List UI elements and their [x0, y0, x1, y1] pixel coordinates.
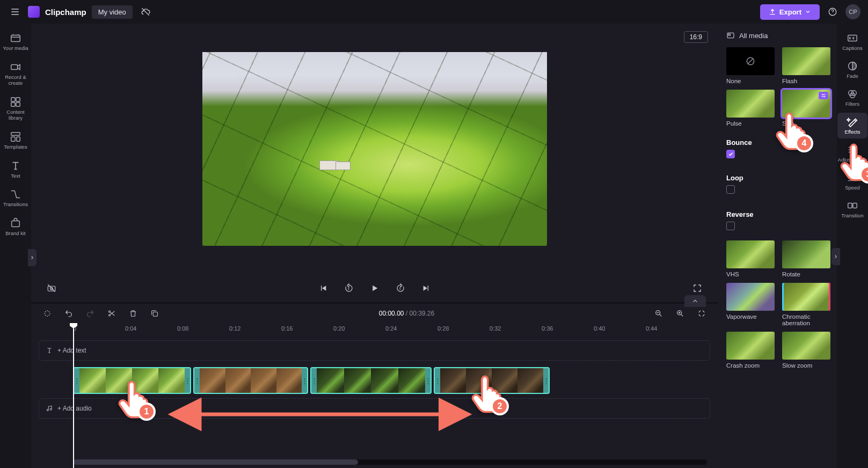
- split-icon[interactable]: [104, 306, 119, 321]
- effects-grid: NoneFlashPulseSpinBounceLoopReverseVHSRo…: [726, 47, 830, 369]
- skip-start-icon[interactable]: [316, 281, 331, 296]
- clip-4[interactable]: ⋮⋮: [434, 367, 550, 394]
- project-name[interactable]: My video: [92, 5, 133, 19]
- clip-2[interactable]: ⋮⋮: [193, 367, 308, 394]
- rail-text[interactable]: Text: [1, 157, 31, 182]
- auto-enhance-icon[interactable]: [40, 306, 55, 321]
- track-video[interactable]: ⋮⋮ ⋮⋮ ⋮⋮ ⋮⋮: [39, 367, 710, 394]
- svg-rect-10: [12, 221, 20, 227]
- effect-crash-zoom[interactable]: Crash zoom: [726, 332, 775, 369]
- svg-rect-1: [11, 35, 20, 42]
- svg-point-16: [108, 314, 110, 316]
- svg-rect-22: [728, 34, 730, 35]
- undo-icon[interactable]: [61, 306, 76, 321]
- svg-point-31: [853, 146, 855, 148]
- reverse-checkbox[interactable]: [726, 222, 735, 230]
- forward-5-icon[interactable]: 5: [393, 281, 408, 296]
- effect-label: Crash zoom: [726, 362, 775, 369]
- ruler-tick: 0:16: [281, 325, 293, 332]
- preview-canvas[interactable]: [202, 52, 547, 246]
- rail-record-create[interactable]: Record & create: [1, 58, 31, 90]
- delete-icon[interactable]: [126, 306, 141, 321]
- rail-your-media[interactable]: Your media: [1, 29, 31, 55]
- panel-collapse[interactable]: [831, 248, 840, 265]
- svg-point-25: [824, 96, 825, 97]
- rrail-captions[interactable]: Captions: [837, 29, 867, 55]
- play-icon[interactable]: [367, 281, 382, 296]
- track-audio[interactable]: + Add audio: [39, 398, 710, 419]
- rrail-transition[interactable]: Transition: [837, 196, 867, 222]
- effect-vhs[interactable]: VHS: [726, 240, 775, 277]
- timeline[interactable]: 00:040:080:120:160:200:240:280:320:360:4…: [31, 323, 718, 468]
- effect-label: Spin: [782, 120, 830, 127]
- zoom-out-icon[interactable]: [651, 306, 666, 321]
- rrail-filters[interactable]: Filters: [837, 85, 867, 111]
- rail-templates[interactable]: Templates: [1, 128, 31, 153]
- effect-rotate[interactable]: Rotate: [782, 240, 830, 277]
- rewind-5-icon[interactable]: 5: [341, 281, 356, 296]
- svg-rect-9: [17, 137, 20, 141]
- export-label: Export: [779, 8, 801, 16]
- cloud-off-icon[interactable]: [138, 4, 153, 19]
- rail-content-library[interactable]: Content library: [1, 93, 31, 125]
- preview-stage: [31, 24, 718, 274]
- rail-brand-kit[interactable]: Brand kit: [1, 214, 31, 240]
- hamburger-icon[interactable]: [8, 4, 23, 19]
- loop-checkbox[interactable]: [726, 185, 735, 194]
- rrail-effects[interactable]: Effects: [837, 113, 867, 138]
- effect-slow-zoom[interactable]: Slow zoom: [782, 332, 830, 369]
- track-text[interactable]: + Add text: [39, 340, 710, 361]
- effect-option-loop: Loop: [726, 174, 830, 195]
- effect-label: Slow zoom: [782, 362, 830, 369]
- rrail-fade[interactable]: Fade: [837, 57, 867, 83]
- effect-label: Flash: [782, 78, 830, 84]
- effect-none[interactable]: None: [726, 47, 775, 84]
- redo-icon[interactable]: [83, 306, 98, 321]
- clip-1[interactable]: ⋮⋮: [73, 367, 191, 394]
- svg-rect-6: [16, 103, 20, 106]
- rrail-adjust-colors[interactable]: Adjust colors: [837, 141, 867, 166]
- effect-flash[interactable]: Flash: [782, 47, 830, 84]
- brand-name: Clipchamp: [45, 8, 86, 17]
- zoom-in-icon[interactable]: [673, 306, 688, 321]
- svg-text:5: 5: [399, 287, 400, 290]
- duplicate-icon[interactable]: [147, 306, 162, 321]
- svg-point-24: [822, 94, 823, 95]
- zoom-fit-icon[interactable]: [694, 306, 709, 321]
- effect-label: Chromatic aberration: [782, 313, 830, 326]
- ruler-tick: 0:32: [490, 325, 501, 332]
- timeline-scrollbar[interactable]: [73, 459, 707, 465]
- svg-point-33: [854, 151, 856, 153]
- help-icon[interactable]: [825, 4, 840, 19]
- aspect-ratio-button[interactable]: 16:9: [684, 31, 708, 43]
- effect-spin[interactable]: Spin: [782, 90, 830, 127]
- effect-settings-icon[interactable]: [819, 92, 828, 99]
- effect-option-bounce: Bounce: [726, 138, 830, 159]
- effect-label: Pulse: [726, 120, 775, 127]
- fullscreen-icon[interactable]: [690, 281, 705, 296]
- skip-end-icon[interactable]: [419, 281, 434, 296]
- effect-label: Rotate: [782, 271, 830, 277]
- timeline-ruler[interactable]: 00:040:080:120:160:200:240:280:320:360:4…: [31, 323, 718, 336]
- effect-chromatic[interactable]: Chromatic aberration: [782, 283, 830, 326]
- effect-vaporwave[interactable]: Vaporwave: [726, 283, 775, 326]
- ruler-tick: 0:20: [333, 325, 345, 332]
- svg-rect-3: [11, 98, 15, 101]
- clip-3[interactable]: ⋮⋮: [310, 367, 432, 394]
- avatar[interactable]: CP: [845, 4, 860, 19]
- rail-transitions[interactable]: Transitions: [1, 185, 31, 211]
- ruler-tick: 0:24: [385, 325, 397, 332]
- screenshot-off-icon[interactable]: [44, 281, 59, 296]
- timeline-collapse[interactable]: [684, 295, 706, 307]
- rrail-speed[interactable]: Speed: [837, 169, 867, 194]
- bounce-checkbox[interactable]: [726, 150, 735, 158]
- svg-rect-35: [853, 203, 857, 208]
- right-rail: Captions Fade Filters Effects Adjust col…: [837, 24, 868, 468]
- svg-point-32: [850, 149, 852, 151]
- ruler-tick: 0:36: [542, 325, 553, 332]
- effect-pulse[interactable]: Pulse: [726, 90, 775, 127]
- playhead[interactable]: [73, 323, 74, 468]
- export-button[interactable]: Export: [760, 4, 820, 20]
- app-header: Clipchamp My video Export CP: [0, 0, 868, 24]
- svg-point-15: [108, 311, 110, 312]
